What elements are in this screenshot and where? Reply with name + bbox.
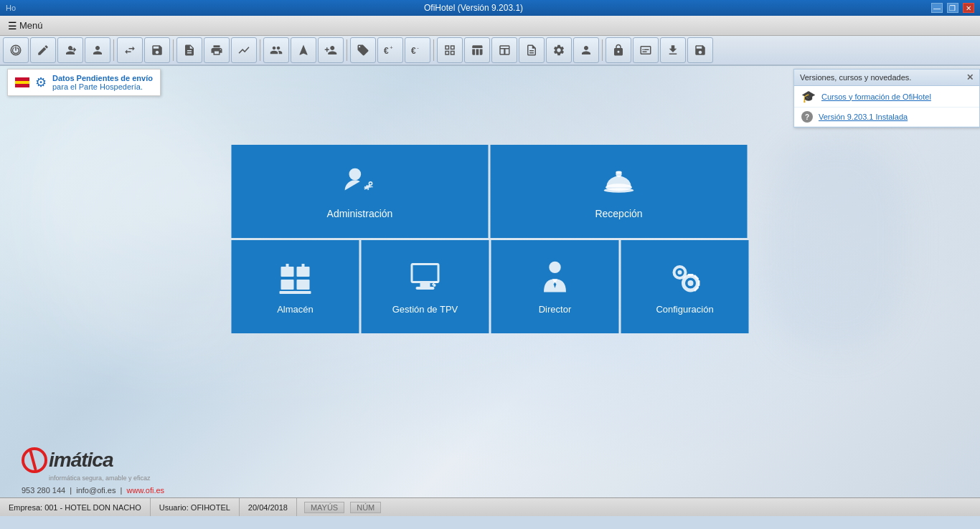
- maximize-button[interactable]: ❐: [947, 3, 958, 13]
- user-add-button[interactable]: [318, 37, 344, 63]
- recepcion-tile[interactable]: Recepción: [491, 145, 748, 238]
- cursos-link[interactable]: Cursos y formación de OfiHotel: [821, 92, 931, 101]
- lock-button[interactable]: [606, 37, 631, 63]
- movements-button[interactable]: [263, 37, 289, 63]
- svg-rect-6: [15, 84, 29, 87]
- statusbar: Empresa: 001 - HOTEL DON NACHO Usuario: …: [0, 497, 980, 516]
- configuracion-tile[interactable]: Configuración: [621, 240, 749, 333]
- svg-rect-31: [698, 280, 700, 286]
- keyboard-status: MAYÚS NÚM: [297, 498, 385, 516]
- svg-rect-16: [280, 291, 311, 294]
- arrows-button[interactable]: [291, 37, 316, 63]
- svg-text:+: +: [390, 44, 393, 51]
- id-button[interactable]: [633, 37, 659, 63]
- separator-6: [602, 39, 603, 61]
- export-button[interactable]: [660, 37, 686, 63]
- modules-row-2: Almacén Gestión de TPV: [232, 240, 749, 333]
- svg-rect-11: [616, 171, 621, 173]
- print-button[interactable]: [204, 37, 230, 63]
- usuario-segment: Usuario: OFIHOTEL: [151, 498, 240, 516]
- svg-rect-22: [416, 287, 435, 290]
- save3-button[interactable]: [687, 37, 713, 63]
- svg-point-26: [678, 270, 682, 275]
- titlebar-controls: — ❐ ✕: [931, 3, 974, 13]
- administracion-label: Administración: [327, 208, 393, 219]
- brand-name: imática: [49, 449, 113, 472]
- chart-button[interactable]: [231, 37, 257, 63]
- svg-text:€: €: [411, 46, 416, 56]
- website-link[interactable]: www.ofi.es: [127, 486, 165, 495]
- recepcion-label: Recepción: [595, 208, 642, 219]
- power-button[interactable]: [3, 37, 29, 63]
- grid1-button[interactable]: [437, 37, 463, 63]
- configuracion-label: Configuración: [656, 304, 713, 315]
- empresa-segment: Empresa: 001 - HOTEL DON NACHO: [0, 498, 151, 516]
- svg-rect-18: [302, 264, 305, 267]
- almacen-tile[interactable]: Almacén: [232, 240, 359, 333]
- main-content: ⚙ Datos Pendientes de envío para el Part…: [0, 66, 980, 516]
- user-button[interactable]: [85, 37, 110, 63]
- svg-text:€: €: [384, 46, 389, 56]
- svg-rect-14: [281, 267, 294, 277]
- director-label: Director: [539, 304, 572, 315]
- versiones-panel: Versiones, cursos y novedades. ✕ 🎓 Curso…: [793, 69, 980, 128]
- separator-5: [433, 39, 434, 61]
- svg-rect-29: [688, 274, 694, 276]
- svg-rect-13: [297, 280, 310, 290]
- question-icon: ?: [801, 111, 813, 123]
- svg-point-24: [549, 261, 560, 272]
- notification-text: Datos Pendientes de envío para el Parte …: [52, 74, 153, 91]
- edit-button[interactable]: [30, 37, 56, 63]
- gestion-tpv-tile[interactable]: Gestión de TPV: [362, 240, 489, 333]
- titlebar-title: OfiHotel (Versión 9.203.1): [424, 3, 523, 13]
- euro-in-button[interactable]: €+: [377, 37, 403, 63]
- hamburger-icon: ☰: [8, 20, 17, 32]
- versiones-item-cursos: 🎓 Cursos y formación de OfiHotel: [794, 86, 979, 108]
- minimize-button[interactable]: —: [931, 3, 943, 13]
- director-tile[interactable]: Director: [491, 240, 619, 333]
- euro-out-button[interactable]: €-: [405, 37, 430, 63]
- person2-button[interactable]: [573, 37, 599, 63]
- versiones-item-version: ? Versión 9.203.1 Instalada: [794, 108, 979, 127]
- fecha-segment: 20/04/2018: [240, 498, 297, 516]
- doc2-button[interactable]: [519, 37, 545, 63]
- version-link[interactable]: Versión 9.203.1 Instalada: [819, 113, 908, 121]
- svg-text:-: -: [417, 44, 419, 51]
- toolbar: €+ €-: [0, 36, 980, 66]
- titlebar-left: Ho: [6, 4, 16, 12]
- settings-button[interactable]: [546, 37, 572, 63]
- administracion-tile[interactable]: admin Administración: [232, 145, 489, 238]
- menu-toggle[interactable]: ☰ Menú: [3, 18, 48, 34]
- separator-1: [113, 39, 114, 61]
- tag-button[interactable]: [350, 37, 376, 63]
- menu-label: Menú: [19, 20, 43, 31]
- svg-rect-20: [413, 265, 438, 281]
- svg-point-28: [688, 280, 694, 286]
- table1-button[interactable]: [464, 37, 490, 63]
- save-button[interactable]: [144, 37, 170, 63]
- notification-icon: ⚙: [35, 75, 47, 90]
- titlebar: Ho OfiHotel (Versión 9.203.1) — ❐ ✕: [0, 0, 980, 16]
- transfer-button[interactable]: [117, 37, 143, 63]
- logo-tagline: informática segura, amable y eficaz: [49, 475, 164, 482]
- checkin-button[interactable]: [57, 37, 83, 63]
- form-button[interactable]: [176, 37, 202, 63]
- svg-rect-12: [281, 280, 294, 290]
- tiles-container: admin Administración Recepción: [232, 145, 749, 335]
- svg-rect-15: [297, 267, 310, 277]
- table2-button[interactable]: [491, 37, 517, 63]
- svg-rect-4: [15, 77, 29, 81]
- separator-2: [173, 39, 174, 61]
- almacen-label: Almacén: [277, 304, 314, 315]
- svg-rect-17: [286, 264, 289, 267]
- notification-panel: ⚙ Datos Pendientes de envío para el Part…: [7, 69, 161, 96]
- modules-row-1: admin Administración Recepción: [232, 145, 749, 238]
- num-badge: NÚM: [350, 502, 381, 513]
- contact-info: 953 280 144 | info@ofi.es | www.ofi.es: [22, 486, 164, 495]
- separator-4: [347, 39, 347, 61]
- mayus-badge: MAYÚS: [304, 502, 344, 513]
- svg-point-7: [349, 168, 362, 181]
- footer-logo: imática informática segura, amable y efi…: [22, 447, 164, 495]
- close-button[interactable]: ✕: [963, 3, 974, 13]
- versiones-close-button[interactable]: ✕: [966, 72, 974, 82]
